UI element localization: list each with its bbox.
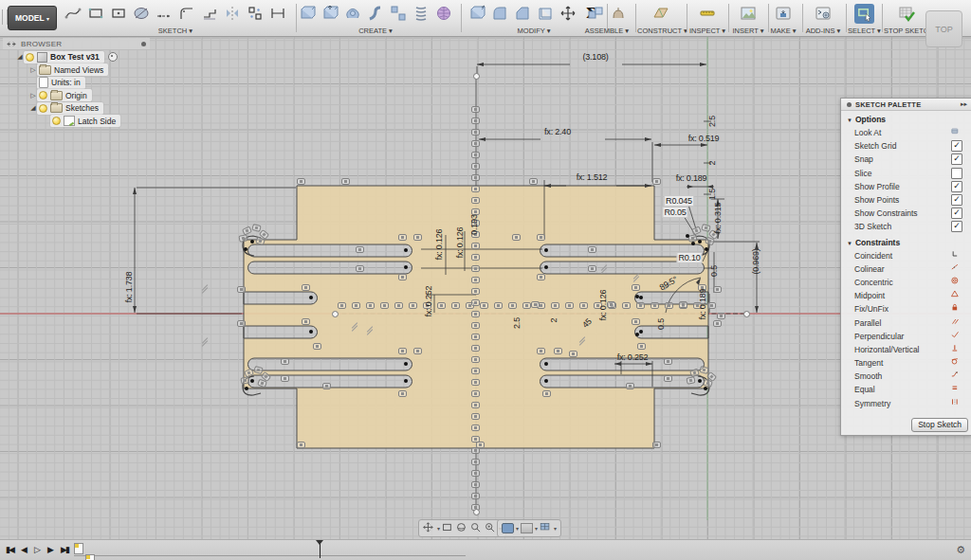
origin-point[interactable] (473, 509, 480, 515)
palette-row-fix-unfix[interactable]: Fix/UnFix (841, 302, 971, 316)
toolbar-group-label-create[interactable]: CREATE ▾ (292, 27, 459, 35)
browser-header[interactable]: BROWSER (3, 38, 150, 50)
sketch-point[interactable] (404, 265, 408, 269)
toolbar-icon-add-ins[interactable] (812, 2, 834, 25)
toolbar-icon-move[interactable] (557, 2, 579, 25)
browser-ground-icon[interactable] (108, 52, 118, 62)
browser-item-origin[interactable]: ▷Origin (3, 89, 150, 101)
toolbar-stop-sketch-label[interactable]: STOP SKETCH (884, 27, 929, 35)
browser-item-chip[interactable]: Named Views (37, 63, 108, 76)
workspace-switcher[interactable]: MODEL ▾ (8, 6, 57, 30)
snap-checkbox[interactable]: ✓ (951, 154, 962, 165)
tree-expander-icon[interactable]: ◢ (16, 53, 24, 61)
dimension-label[interactable]: R0.045 (664, 195, 694, 207)
dimension-label[interactable]: fx: 0.126 (455, 227, 465, 259)
palette-section-constraints[interactable]: ▼Constraints (841, 234, 971, 249)
browser-bulb-icon[interactable] (26, 53, 34, 62)
timeline-feature-sketch[interactable] (74, 543, 83, 554)
toolbar-icon-extrude[interactable] (319, 2, 341, 25)
toolbar-icon-chamfer[interactable] (511, 2, 534, 25)
sketch-point[interactable] (309, 330, 313, 334)
browser-bulb-icon[interactable] (39, 91, 47, 99)
show-constraints-checkbox[interactable]: ✓ (951, 208, 962, 219)
timeline-play-button[interactable]: ▶ (47, 544, 52, 555)
origin-point[interactable] (332, 311, 339, 317)
dimension-label[interactable]: 2 (707, 161, 717, 166)
browser-item-chip[interactable]: Units: in (37, 77, 85, 89)
palette-row-show-profile[interactable]: Show Profile✓ (841, 180, 971, 193)
toolbar-icon-press-pull[interactable] (466, 2, 488, 25)
fit-icon[interactable] (441, 521, 455, 535)
palette-row-symmetry[interactable]: Symmetry (841, 397, 971, 410)
tree-expander-icon[interactable]: ◢ (29, 104, 37, 112)
sketch-point[interactable] (639, 296, 643, 299)
toolbar-icon-make[interactable] (772, 2, 795, 25)
palette-row-perpendicular[interactable]: Perpendicular (841, 330, 971, 343)
toolbar-icon-joint[interactable] (607, 2, 630, 25)
view-cube[interactable]: TOP (925, 10, 962, 47)
toolbar-group-label-insert[interactable]: INSERT ▾ (730, 27, 766, 35)
palette-row-smooth[interactable]: Smooth (841, 370, 971, 383)
toolbar-icon-center-rectangle[interactable] (107, 2, 130, 25)
browser-item-latch-side[interactable]: Latch Side (3, 115, 150, 127)
palette-row-coincident[interactable]: Coincident (841, 249, 971, 262)
dimension-label[interactable]: fx: 0.189 (698, 289, 707, 320)
dimension-label[interactable]: 0.193 (469, 214, 479, 235)
browser-item-chip[interactable]: Origin (37, 89, 92, 101)
dimension-label[interactable]: fx: 1.738 (124, 272, 134, 303)
slice-checkbox[interactable] (951, 168, 962, 179)
timeline-step-back-button[interactable]: ◀ (21, 544, 26, 555)
3d-sketch-checkbox[interactable]: ✓ (951, 221, 962, 232)
toolbar-icon-spline[interactable] (62, 2, 84, 25)
toolbar-icon-revolve[interactable] (341, 2, 364, 25)
browser-item-sketches[interactable]: ◢Sketches (3, 102, 150, 115)
toolbar-group-label-assemble[interactable]: ASSEMBLE ▾ (580, 27, 633, 35)
show-profile-checkbox[interactable]: ✓ (951, 181, 962, 192)
sketch-point[interactable] (309, 296, 313, 299)
toolbar-icon-form[interactable] (432, 2, 455, 25)
toolbar-icon-mirror[interactable] (221, 2, 244, 25)
toolbar-icon-fillet[interactable] (488, 2, 511, 25)
browser-options-icon[interactable] (141, 42, 146, 46)
toolbar-icon-stop-sketch[interactable] (895, 2, 918, 25)
dimension-label[interactable]: fx: 1.512 (577, 172, 608, 182)
collapse-panel-icon[interactable] (7, 41, 16, 47)
display-settings-icon-dropdown[interactable]: ▾ (516, 525, 519, 532)
palette-row-sketch-grid[interactable]: Sketch Grid✓ (841, 139, 971, 153)
toolbar-icon-dimension[interactable] (266, 2, 289, 25)
toolbar-icon-coil[interactable] (410, 2, 432, 25)
palette-row-midpoint[interactable]: Midpoint (841, 289, 971, 302)
dimension-label[interactable]: (0.969) (751, 248, 760, 274)
show-points-checkbox[interactable]: ✓ (951, 194, 962, 206)
pan-icon[interactable] (422, 521, 436, 535)
toolbar-icon-shell[interactable] (534, 2, 557, 25)
toolbar-icon-sweep[interactable] (364, 2, 387, 25)
palette-row-colinear[interactable]: Colinear (841, 262, 971, 276)
browser-item-chip[interactable]: Box Test v31 (24, 51, 104, 63)
toolbar-icon-sketch-fillet[interactable] (175, 2, 198, 25)
timeline-playhead[interactable] (320, 541, 321, 558)
palette-row-show-points[interactable]: Show Points✓ (841, 193, 971, 207)
toolbar-icon-new-component[interactable] (584, 2, 607, 25)
dimension-label[interactable]: 0.5 (656, 318, 666, 330)
toolbar-icon-project[interactable] (198, 2, 221, 25)
dimension-label[interactable]: fx: 0.126 (434, 229, 444, 261)
sketch-point[interactable] (544, 362, 548, 366)
toolbar-icon-rectangular-pattern[interactable] (387, 2, 410, 25)
viewports-icon[interactable] (539, 521, 553, 535)
tree-expander-icon[interactable]: ▷ (29, 66, 37, 74)
grid-settings-icon-dropdown[interactable]: ▾ (535, 525, 538, 532)
toolbar-group-label-sketch[interactable]: SKETCH ▾ (57, 27, 294, 35)
toolbar-icon-sketch-pattern[interactable] (244, 2, 266, 25)
palette-row-equal[interactable]: Equal (841, 383, 971, 396)
dimension-label[interactable]: R0.05 (662, 207, 687, 218)
origin-point[interactable] (743, 311, 750, 317)
orbit-icon[interactable] (455, 521, 469, 535)
sketch-point[interactable] (635, 295, 639, 298)
palette-row-concentric[interactable]: Concentric (841, 276, 971, 289)
dimension-label[interactable]: 1.5 (707, 189, 717, 200)
sketch-point[interactable] (686, 234, 689, 238)
dimension-label[interactable]: 0.5 (709, 265, 719, 277)
browser-bulb-icon[interactable] (52, 117, 61, 125)
toolbar-group-label-select[interactable]: SELECT ▾ (848, 27, 880, 35)
